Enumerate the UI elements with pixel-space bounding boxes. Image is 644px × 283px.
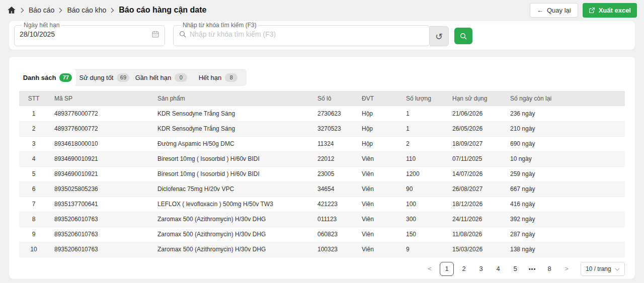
chevron-right-icon <box>59 8 62 13</box>
table-cell: 8934690010921 <box>48 151 151 166</box>
table-cell: Hộp <box>356 121 400 136</box>
topbar-actions: ← Quay lại Xuất excel <box>530 3 637 18</box>
table-cell: 100323 <box>311 242 356 257</box>
table-cell: 9 <box>19 227 48 242</box>
table-cell: Viên <box>356 242 400 257</box>
export-excel-button[interactable]: Xuất excel <box>583 3 637 18</box>
page-size-label: 10 / trang <box>586 265 611 272</box>
table-cell: 2 <box>19 121 48 136</box>
tab-count-badge: 77 <box>59 73 72 82</box>
table-cell: LEFLOX ( levofloxacin ) 500mg H/50v TW3 <box>151 197 311 212</box>
table-cell: 150 <box>400 227 446 242</box>
table-row: 88935206010763Zaromax 500 (Azithromycin)… <box>19 212 625 227</box>
tab-count-badge: 69 <box>117 73 129 82</box>
pagination-next[interactable]: > <box>559 262 574 276</box>
arrow-left-icon: ← <box>537 7 543 14</box>
table-cell: 4893776000772 <box>48 121 151 136</box>
table-row: 38934618000010Đường Aspamic H/50g DMC113… <box>19 136 625 151</box>
search-input[interactable] <box>190 30 424 38</box>
table-cell: 1 <box>19 106 48 121</box>
table-cell: 3 <box>19 136 48 151</box>
table-cell: 8935137700641 <box>48 197 151 212</box>
page-button[interactable]: 8 <box>542 262 556 276</box>
breadcrumb: Báo cáoBáo cáo khoBáo cáo hàng cận date <box>21 6 206 15</box>
table-cell: 07/11/2025 <box>446 151 504 166</box>
status-tabs: Danh sách77Sử dụng tốt69Gần hết hạn0Hết … <box>19 69 247 86</box>
tab-label: Sử dụng tốt <box>79 74 114 81</box>
page-button[interactable]: 3 <box>474 262 488 276</box>
near-expiry-table: STTMã SPSản phẩmSố lôĐVTSố lượngHạn sử d… <box>19 91 625 257</box>
column-header: STT <box>19 91 48 106</box>
table-cell: 2730623 <box>311 106 356 121</box>
table-cell: 1 <box>400 106 446 121</box>
table-cell: Diclofenac 75mg H/20v VPC <box>151 181 311 197</box>
table-cell: 110 <box>400 151 446 166</box>
chevron-right-icon <box>21 8 24 13</box>
table-cell: 10 <box>19 242 48 257</box>
table-cell: 8 <box>19 212 48 227</box>
page-button[interactable]: 2 <box>457 262 471 276</box>
breadcrumb-current: Báo cáo hàng cận date <box>119 6 206 15</box>
table-cell: Viên <box>356 227 400 242</box>
search-field-label: Nhập từ khóa tìm kiếm (F3) <box>181 22 259 28</box>
table-cell: 8935025805236 <box>48 181 151 197</box>
search-field[interactable]: Nhập từ khóa tìm kiếm (F3) <box>173 22 430 46</box>
column-header: Số lô <box>311 91 356 106</box>
refresh-button[interactable]: ↺ <box>430 26 449 46</box>
tab-active[interactable]: Danh sách77 <box>19 69 76 86</box>
table-cell: 90 <box>400 181 446 197</box>
back-button[interactable]: ← Quay lại <box>530 3 578 18</box>
pagination: <12345•••8>10 / trang <box>19 262 625 276</box>
table-cell: Đường Aspamic H/50g DMC <box>151 136 311 151</box>
page-size-select[interactable]: 10 / trang <box>581 262 625 276</box>
expiry-date-field[interactable]: Ngày hết hạn <box>14 22 165 46</box>
table-cell: 18/12/2026 <box>446 197 504 212</box>
breadcrumb-item[interactable]: Báo cáo <box>29 6 54 14</box>
chevron-down-icon <box>615 265 620 272</box>
table-cell: 1 <box>400 121 446 136</box>
table-cell: 259 ngày <box>504 166 625 181</box>
column-header: Số lượng <box>400 91 446 106</box>
table-cell: 690 ngày <box>504 136 625 151</box>
pagination-prev[interactable]: < <box>423 262 437 276</box>
table-cell: 1200 <box>400 166 446 181</box>
column-header: Sản phẩm <box>151 91 311 106</box>
table-cell: 4893776000772 <box>48 106 151 121</box>
table-cell: 210 ngày <box>504 121 625 136</box>
table-cell: Hộp <box>356 106 400 121</box>
table-cell: Viên <box>356 166 400 181</box>
table-cell: Hộp <box>356 136 400 151</box>
table-cell: 416 ngày <box>504 197 625 212</box>
page-button[interactable]: 5 <box>508 262 522 276</box>
page-button[interactable]: 1 <box>440 262 454 276</box>
table-cell: Viên <box>356 181 400 197</box>
tab-item[interactable]: Hết hạn8 <box>190 69 247 86</box>
search-button-icon <box>459 32 467 40</box>
table-cell: 2 <box>400 136 446 151</box>
pagination-ellipsis[interactable]: ••• <box>525 262 539 276</box>
page: Báo cáoBáo cáo khoBáo cáo hàng cận date … <box>0 0 644 283</box>
table-cell: 421223 <box>311 197 356 212</box>
table-cell: 287 ngày <box>504 227 625 242</box>
table-cell: 11/08/2026 <box>446 227 504 242</box>
tab-item[interactable]: Sử dụng tốt69 <box>76 69 133 86</box>
table-body: 14893776000772KDR Sensodyne Trắng Sáng27… <box>19 106 625 257</box>
expiry-date-label: Ngày hết hạn <box>22 22 61 28</box>
calendar-icon[interactable] <box>151 30 159 38</box>
refresh-icon: ↺ <box>435 31 443 42</box>
table-cell: KDR Sensodyne Trắng Sáng <box>151 106 311 121</box>
table-cell: 8935206010763 <box>48 242 151 257</box>
search-button[interactable] <box>454 28 472 44</box>
table-cell: 4 <box>19 151 48 166</box>
tab-label: Danh sách <box>23 74 56 81</box>
table-cell: 8935206010763 <box>48 227 151 242</box>
table-cell: 21/06/2026 <box>446 106 504 121</box>
page-button[interactable]: 4 <box>491 262 505 276</box>
table-row: 14893776000772KDR Sensodyne Trắng Sáng27… <box>19 106 625 121</box>
breadcrumb-item[interactable]: Báo cáo kho <box>67 6 106 14</box>
tab-item[interactable]: Gần hết hạn0 <box>133 69 190 86</box>
column-header: Hạn sử dụng <box>446 91 504 106</box>
expiry-date-input[interactable] <box>20 30 148 38</box>
home-icon[interactable] <box>7 6 16 15</box>
export-icon <box>589 7 595 14</box>
